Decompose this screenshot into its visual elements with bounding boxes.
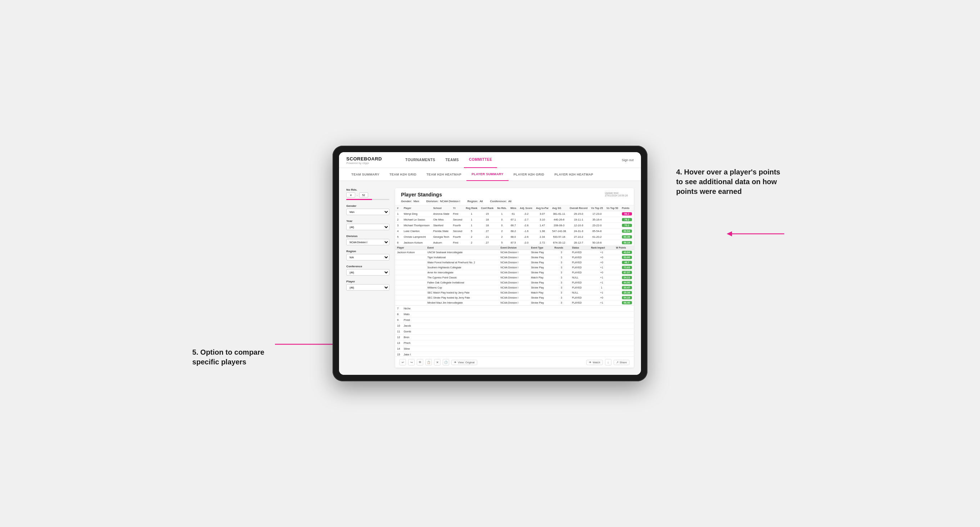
col-overall: Overall Record bbox=[568, 205, 590, 211]
nav-committee[interactable]: COMMITTEE bbox=[464, 152, 497, 168]
table-row: 2 Michael Le Sasso Ole Miss Second 1 18 … bbox=[395, 217, 633, 223]
annotation-left: 5. Option to compare specific players bbox=[192, 348, 286, 367]
filter-no-rds: No Rds. - bbox=[346, 188, 390, 200]
copy-btn[interactable]: ⧉ bbox=[417, 359, 423, 365]
logo-area: SCOREBOARD Powered by clippi bbox=[346, 156, 390, 165]
table-row: 6 Jackson Kolson Auburn First 2 27 5 87.… bbox=[395, 240, 633, 246]
delete-btn[interactable]: ✕ bbox=[434, 359, 441, 365]
expanded-event-row: The Cypress Point Classic NCAA Division … bbox=[395, 275, 633, 280]
main-content: No Rds. - Gender Men bbox=[339, 181, 641, 375]
share-icon: ↗ bbox=[616, 361, 619, 364]
table-row: 4 Luke Clanton Florida State Second 5 27… bbox=[395, 229, 633, 234]
expanded-event-row: Mirobel Maui Jim Intercollegiate NCAA Di… bbox=[395, 300, 633, 305]
expanded-event-row: Jackson Kolson UNCW Seahawk Intercollegi… bbox=[395, 250, 633, 255]
nav-tournaments[interactable]: TOURNAMENTS bbox=[400, 152, 440, 168]
year-select[interactable]: (All) bbox=[346, 224, 390, 230]
gender-filter-chip: Gender: Men bbox=[401, 200, 419, 203]
player-label: Player bbox=[346, 280, 390, 283]
share-btn[interactable]: ↗ Share bbox=[614, 360, 630, 365]
nav-teams[interactable]: TEAMS bbox=[440, 152, 464, 168]
paste-btn[interactable]: 📋 bbox=[425, 359, 432, 365]
division-filter-chip: Division: NCAA Division I bbox=[426, 200, 460, 203]
division-select[interactable]: NCAA Division I bbox=[346, 239, 390, 245]
region-select[interactable]: N/A bbox=[346, 254, 390, 260]
table-row: 12 Bren bbox=[395, 335, 633, 340]
annotation-left-text: 5. Option to compare specific players bbox=[192, 348, 264, 366]
gender-label: Gender bbox=[346, 204, 390, 208]
col-conf-rank: Conf Rank bbox=[479, 205, 495, 211]
subnav-player-h2h-heatmap[interactable]: PLAYER H2H HEATMAP bbox=[549, 168, 598, 181]
filter-player: Player (All) bbox=[346, 280, 390, 290]
panel-header: Player Standings Gender: Men Division: N… bbox=[395, 188, 633, 205]
table-header-row: # Player School Yr Reg Rank Conf Rank No… bbox=[395, 205, 633, 211]
subnav-player-summary[interactable]: PLAYER SUMMARY bbox=[466, 168, 509, 181]
col-no-rds: No Rds. bbox=[495, 205, 508, 211]
clock-btn[interactable]: 🕐 bbox=[443, 359, 449, 365]
table-row: 10 Jacob bbox=[395, 323, 633, 329]
region-label: Region bbox=[346, 250, 390, 253]
watch-btn[interactable]: 👁 Watch bbox=[586, 360, 603, 365]
subnav-player-h2h-grid[interactable]: PLAYER H2H GRID bbox=[509, 168, 550, 181]
subnav-team-h2h-grid[interactable]: TEAM H2H GRID bbox=[384, 168, 422, 181]
main-nav: TOURNAMENTS TEAMS COMMITTEE bbox=[400, 152, 622, 168]
col-reg-rank: Reg Rank bbox=[464, 205, 479, 211]
watch-icon: 👁 bbox=[589, 361, 592, 364]
footer-left: ↩ ↪ ⧉ 📋 ✕ 🕐 👁 View: Original bbox=[399, 359, 477, 365]
annotation-right-text: 4. Hover over a player's points to see a… bbox=[676, 168, 780, 195]
expanded-event-row: Fallen Oak Collegiate Invitational NCAA … bbox=[395, 280, 633, 285]
sign-out-link[interactable]: Sign out bbox=[622, 158, 634, 162]
table-row: 14 Stine bbox=[395, 346, 633, 352]
sub-nav: TEAM SUMMARY TEAM H2H GRID TEAM H2H HEAT… bbox=[339, 168, 641, 181]
table-row: 9 Prest bbox=[395, 317, 633, 323]
table-row: 1 Wenyi Ding Arizona State First 1 15 1 … bbox=[395, 211, 633, 217]
svg-marker-3 bbox=[727, 231, 732, 237]
expanded-event-row: Tiger Invitational NCAA Division I Strok… bbox=[395, 255, 633, 260]
undo-btn[interactable]: ↩ bbox=[399, 359, 406, 365]
sidebar-filters: No Rds. - Gender Men bbox=[346, 188, 390, 368]
table-row: 5 Christo Lamprecht Georgia Tech Fourth … bbox=[395, 234, 633, 240]
no-rds-slider[interactable] bbox=[346, 199, 390, 200]
region-filter-chip: Region: All bbox=[468, 200, 483, 203]
logo-text: SCOREBOARD bbox=[346, 156, 382, 162]
no-rds-min-input[interactable] bbox=[346, 192, 355, 197]
app-header: SCOREBOARD Powered by clippi TOURNAMENTS… bbox=[339, 152, 641, 168]
subnav-team-h2h-heatmap[interactable]: TEAM H2H HEATMAP bbox=[422, 168, 466, 181]
table-row: 11 Gomb bbox=[395, 329, 633, 335]
expanded-event-row: SEC Stroke Play hosted by Jerry Pate NCA… bbox=[395, 295, 633, 300]
table-row: 3 Michael Thorbjornsen Stanford Fourth 1… bbox=[395, 223, 633, 229]
redo-btn[interactable]: ↪ bbox=[408, 359, 415, 365]
player-select[interactable]: (All) bbox=[346, 284, 390, 290]
header-right: Sign out bbox=[622, 158, 634, 162]
col-vs25: Vs Top 25 bbox=[590, 205, 605, 211]
view-original-btn[interactable]: 👁 View: Original bbox=[451, 360, 477, 365]
table-container[interactable]: # Player School Yr Reg Rank Conf Rank No… bbox=[395, 205, 633, 357]
filter-gender: Gender Men Women bbox=[346, 204, 390, 215]
col-avg-sg: Avg SG bbox=[550, 205, 568, 211]
no-rds-range: - bbox=[346, 192, 390, 197]
tablet-frame: SCOREBOARD Powered by clippi TOURNAMENTS… bbox=[332, 146, 647, 381]
conference-label: Conference bbox=[346, 265, 390, 268]
table-row: 8 Mats bbox=[395, 311, 633, 317]
conference-select[interactable]: (All) bbox=[346, 269, 390, 276]
expanded-event-row: SEC Match Play hosted by Jerry Pate NCAA… bbox=[395, 290, 633, 295]
table-row: 15 Jake I bbox=[395, 352, 633, 357]
subnav-team-summary[interactable]: TEAM SUMMARY bbox=[346, 168, 384, 181]
table-row: 13 Phich bbox=[395, 340, 633, 346]
conference-filter-chip: Conference: All bbox=[490, 200, 512, 203]
gender-select[interactable]: Men Women bbox=[346, 209, 390, 215]
no-rds-max-input[interactable] bbox=[359, 192, 368, 197]
col-rank: # bbox=[395, 205, 402, 211]
col-player: Player bbox=[402, 205, 431, 211]
col-yr: Yr bbox=[451, 205, 464, 211]
expanded-event-row: Wake Forest Invitational at Pinehurst No… bbox=[395, 260, 633, 265]
tablet-screen: SCOREBOARD Powered by clippi TOURNAMENTS… bbox=[339, 152, 641, 375]
col-wins: Wins bbox=[509, 205, 518, 211]
filter-region: Region N/A bbox=[346, 250, 390, 260]
expanded-events-row: Player Event Event Division Event Type R… bbox=[395, 246, 633, 306]
footer-right: 👁 Watch ↓ ↗ Share bbox=[586, 359, 630, 365]
col-vs50: Vs Top 50 bbox=[605, 205, 620, 211]
year-label: Year bbox=[346, 219, 390, 223]
right-arrow-svg bbox=[727, 229, 784, 239]
download-btn[interactable]: ↓ bbox=[605, 359, 611, 365]
logo-powered: Powered by clippi bbox=[346, 162, 382, 165]
